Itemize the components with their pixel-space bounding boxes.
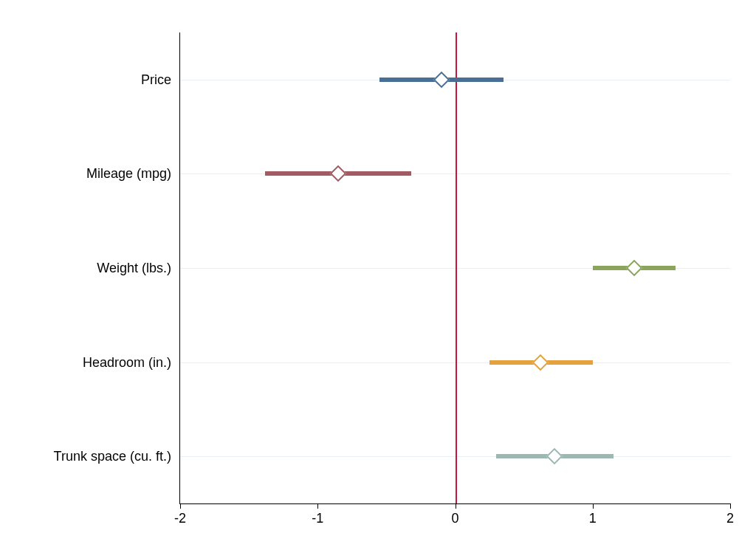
y-tick-label: Weight (lbs.) bbox=[97, 261, 180, 276]
point-marker bbox=[546, 448, 563, 465]
y-tick-label: Headroom (in.) bbox=[83, 354, 180, 370]
x-tick-label: 0 bbox=[451, 503, 458, 526]
point-marker bbox=[625, 260, 642, 277]
plot-area: PriceMileage (mpg)Weight (lbs.)Headroom … bbox=[179, 32, 730, 504]
x-tick-label: 1 bbox=[589, 503, 597, 526]
y-tick-label: Price bbox=[141, 72, 180, 87]
point-marker bbox=[330, 165, 347, 182]
y-tick-label: Trunk space (cu. ft.) bbox=[54, 449, 180, 464]
coefficient-plot: PriceMileage (mpg)Weight (lbs.)Headroom … bbox=[0, 0, 756, 550]
point-marker bbox=[433, 71, 450, 88]
reference-line-zero bbox=[456, 32, 457, 503]
point-marker bbox=[532, 354, 549, 371]
x-tick-label: -2 bbox=[174, 503, 186, 526]
x-tick-label: -1 bbox=[312, 503, 323, 526]
y-tick-label: Mileage (mpg) bbox=[86, 166, 180, 182]
x-tick-label: 2 bbox=[726, 503, 734, 526]
